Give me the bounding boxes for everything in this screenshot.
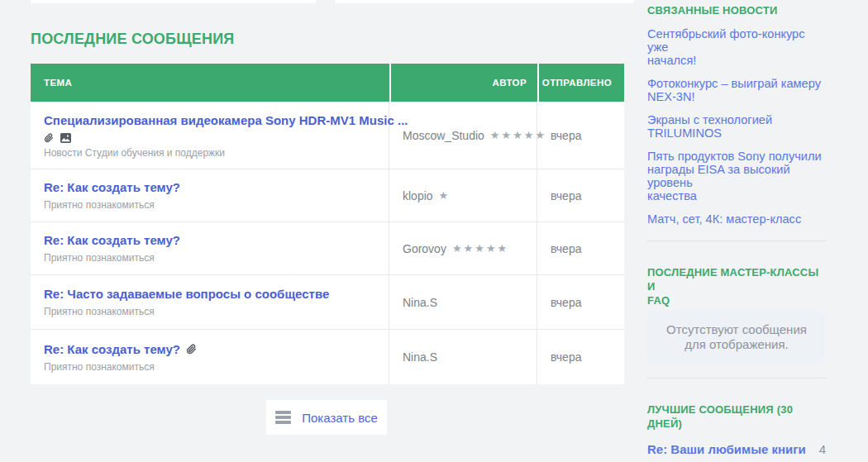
paperclip-icon <box>186 343 197 355</box>
rank-stars-icon: ★★★★★ <box>452 242 508 255</box>
author-link[interactable]: Nina.S <box>403 350 437 364</box>
topic-link[interactable]: Re: Как создать тему? <box>44 342 180 356</box>
table-header-row: ТЕМА АВТОР ОТПРАВЛЕНО <box>31 64 624 102</box>
paperclip-icon <box>44 132 54 143</box>
sent-cell: вчера <box>537 275 624 329</box>
list-icon <box>275 411 291 424</box>
author-link[interactable]: Nina.S <box>403 296 437 309</box>
table-row: Re: Как создать тему? Приятно познакомит… <box>31 169 624 222</box>
master-classes-heading: ПОСЛЕДНИЕ МАСТЕР-КЛАССЫ И FAQ <box>647 265 826 307</box>
show-all-button[interactable]: Показать все <box>266 400 387 435</box>
sent-cell: вчера <box>537 169 624 221</box>
news-link[interactable]: Пять продуктов Sony получили награды EIS… <box>647 150 826 202</box>
author-cell: klopio ★ <box>389 169 537 221</box>
kudos-count: 4 <box>819 441 826 457</box>
sidebar: СВЯЗАННЫЕ НОВОСТИ Сентябрьский фото-конк… <box>647 0 826 462</box>
author-cell: Moscow_Studio ★★★★★ <box>389 102 537 169</box>
topic-board-label: Новости Студии обучения и поддержки <box>44 147 379 159</box>
sidebar-divider <box>647 241 826 241</box>
best-post-link[interactable]: Re: Ваши любимые книги этим летом <box>647 441 813 462</box>
list-item: Re: Ваши любимые книги этим летом 4 <box>647 441 826 462</box>
author-link[interactable]: Gorovoy <box>403 242 446 255</box>
news-link[interactable]: Экраны с технологией TRILUMINOS <box>647 113 826 140</box>
news-link[interactable]: Фотоконкурс – выиграй камеру NEX-3N! <box>647 77 826 103</box>
best-posts-list: Re: Ваши любимые книги этим летом 4 Re: … <box>647 441 826 462</box>
image-icon <box>60 133 71 143</box>
topic-link[interactable]: Re: Как создать тему? <box>44 233 379 248</box>
latest-posts-table: ТЕМА АВТОР ОТПРАВЛЕНО Специализированная… <box>31 64 624 384</box>
topic-board-label: Приятно познакомиться <box>44 306 379 317</box>
author-link[interactable]: klopio <box>403 189 433 202</box>
news-link[interactable]: Сентябрьский фото-конкурс уже начался! <box>647 27 826 67</box>
topic-board-label: Приятно познакомиться <box>44 252 379 264</box>
topic-board-label: Приятно познакомиться <box>44 199 379 211</box>
best-posts-heading: ЛУЧШИЕ СООБЩЕНИЯ (30 ДНЕЙ) <box>647 402 826 431</box>
latest-posts-section: ПОСЛЕДНИЕ СООБЩЕНИЯ ТЕМА АВТОР ОТПРАВЛЕН… <box>31 0 624 384</box>
sent-cell: вчера <box>537 222 624 274</box>
column-header-author: АВТОР <box>389 64 537 102</box>
sent-cell: вчера <box>537 330 624 384</box>
author-cell: Gorovoy ★★★★★ <box>389 222 537 274</box>
page-title: ПОСЛЕДНИЕ СООБЩЕНИЯ <box>31 31 624 46</box>
show-all-label: Показать все <box>302 411 378 425</box>
sidebar-divider <box>647 378 826 379</box>
column-header-topic: ТЕМА <box>31 64 389 102</box>
table-row: Re: Часто задаваемые вопросы о сообществ… <box>31 275 624 330</box>
topic-cell: Re: Часто задаваемые вопросы о сообществ… <box>31 275 389 329</box>
topic-cell: Специализированная видеокамера Sony HDR-… <box>31 102 389 169</box>
related-news-list: Сентябрьский фото-конкурс уже начался! Ф… <box>647 27 826 226</box>
topic-board-label: Приятно познакомиться <box>44 361 379 373</box>
empty-state-message: Отсутствуют сообщения для отображения. <box>659 322 814 352</box>
topic-link[interactable]: Специализированная видеокамера Sony HDR-… <box>44 113 379 128</box>
table-row: Re: Как создать тему? Приятно познакомит… <box>31 330 624 384</box>
topic-cell: Re: Как создать тему? Приятно познакомит… <box>31 169 389 221</box>
rank-stars-icon: ★ <box>439 189 451 202</box>
attachment-icons <box>44 132 379 143</box>
sent-cell: вчера <box>537 102 624 169</box>
topic-link[interactable]: Re: Как создать тему? <box>44 180 379 195</box>
news-link[interactable]: Матч, сет, 4К: мастер-класс <box>647 212 826 226</box>
related-news-heading: СВЯЗАННЫЕ НОВОСТИ <box>647 3 826 17</box>
table-row: Специализированная видеокамера Sony HDR-… <box>31 102 624 169</box>
author-cell: Nina.S <box>389 275 537 329</box>
topic-cell: Re: Как создать тему? Приятно познакомит… <box>31 330 389 384</box>
table-row: Re: Как создать тему? Приятно познакомит… <box>31 222 624 275</box>
topic-link[interactable]: Re: Часто задаваемые вопросы о сообществ… <box>44 287 379 302</box>
column-header-sent: ОТПРАВЛЕНО <box>537 64 624 102</box>
author-link[interactable]: Moscow_Studio <box>403 129 484 142</box>
empty-state-panel: Отсутствуют сообщения для отображения. <box>647 312 826 363</box>
topic-cell: Re: Как создать тему? Приятно познакомит… <box>31 222 389 274</box>
author-cell: Nina.S <box>389 330 537 384</box>
